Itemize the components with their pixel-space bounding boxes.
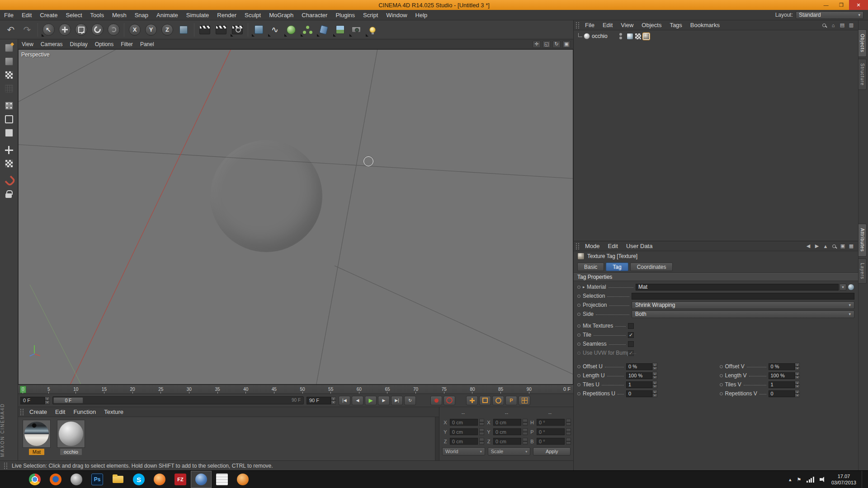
timeline-ruler[interactable]: 051015202530354045505560657075808590 0 F: [18, 385, 573, 394]
frame-range-slider[interactable]: 0 F 90 F: [52, 396, 304, 404]
menu-create[interactable]: Create: [36, 10, 61, 20]
material-scrollbar[interactable]: [435, 417, 439, 460]
timeline-tick-85[interactable]: 85: [498, 385, 503, 394]
goto-end-button[interactable]: ▶|: [391, 396, 403, 405]
timeline-tick-25[interactable]: 25: [158, 385, 163, 394]
timeline-tick-65[interactable]: 65: [385, 385, 390, 394]
menu-sculpt[interactable]: Sculpt: [241, 10, 265, 20]
dock-tab-layers[interactable]: Layers: [859, 258, 867, 284]
search-icon[interactable]: [821, 22, 827, 28]
tiles-u-field[interactable]: 1: [626, 381, 652, 388]
current-frame-stepper[interactable]: [45, 397, 50, 404]
start-button[interactable]: [4, 471, 24, 488]
material-thumbnail[interactable]: [57, 420, 85, 448]
cinema4d-icon[interactable]: [191, 471, 212, 488]
material-name[interactable]: occhio: [60, 449, 82, 455]
use-uvw-for-bump-checkbox[interactable]: [628, 350, 634, 356]
texture-mode-icon[interactable]: [2, 68, 16, 82]
menu-select[interactable]: Select: [61, 10, 86, 20]
add-environment-icon[interactable]: [332, 22, 348, 38]
forward-icon[interactable]: ▶: [814, 243, 820, 249]
end-frame-value[interactable]: 90 F: [307, 397, 331, 404]
panel-grip[interactable]: [576, 243, 579, 249]
add-cube-icon[interactable]: [250, 22, 267, 38]
coordinate-field-x-0[interactable]: 0 cm: [450, 419, 478, 426]
menu-character[interactable]: Character: [297, 10, 331, 20]
coordinate-stepper[interactable]: [479, 438, 484, 445]
coordinate-field-b-2[interactable]: 0 °: [537, 438, 565, 445]
object-icon[interactable]: [584, 33, 590, 39]
object-name[interactable]: occhio: [592, 33, 608, 39]
media-icon[interactable]: [149, 471, 170, 488]
panel-grip[interactable]: [576, 22, 579, 28]
coordinate-field-p-2[interactable]: 0 °: [537, 428, 565, 435]
animation-dot[interactable]: [577, 286, 580, 289]
object-tree[interactable]: occhio: [574, 30, 858, 241]
skype-icon[interactable]: S: [128, 471, 149, 488]
menu-render[interactable]: Render: [213, 10, 241, 20]
eyeball-sphere-object[interactable]: [210, 140, 322, 252]
timeline-tick-15[interactable]: 15: [102, 385, 107, 394]
viewport-menu-options[interactable]: Options: [91, 39, 117, 49]
key-pla-button[interactable]: [519, 396, 530, 405]
material-preview-icon[interactable]: [848, 284, 854, 291]
network-icon[interactable]: [807, 477, 814, 483]
coordinate-stepper[interactable]: [523, 419, 528, 426]
coordinate-header[interactable]: --: [442, 410, 484, 416]
material-occhio[interactable]: occhio: [56, 420, 86, 455]
gimp-icon[interactable]: [66, 471, 87, 488]
settings-icon[interactable]: ▦: [848, 243, 854, 249]
workplane-mode-icon[interactable]: [2, 82, 16, 95]
viewport-menu-panel[interactable]: Panel: [137, 39, 158, 49]
edges-mode-icon[interactable]: [2, 113, 16, 126]
animation-dot[interactable]: [577, 295, 580, 298]
add-spline-icon[interactable]: ∿: [267, 22, 283, 38]
menu-mesh[interactable]: Mesh: [108, 10, 131, 20]
animation-dot[interactable]: [720, 365, 723, 368]
timeline-tick-55[interactable]: 55: [328, 385, 333, 394]
lock-icon[interactable]: ▣: [840, 243, 846, 249]
section-header[interactable]: Tag Properties: [574, 273, 858, 281]
material-mat[interactable]: Mat: [22, 420, 52, 455]
animation-dot[interactable]: [577, 392, 580, 395]
render-view-icon[interactable]: [197, 22, 213, 38]
scale-icon[interactable]: [73, 22, 89, 38]
photoshop-icon[interactable]: Ps: [87, 471, 108, 488]
tab-coordinates[interactable]: Coordinates: [630, 263, 673, 271]
notepad-icon[interactable]: [212, 471, 232, 488]
animation-dot[interactable]: [720, 374, 723, 377]
add-light-icon[interactable]: [364, 22, 381, 38]
home-icon[interactable]: ⌂: [830, 22, 836, 28]
timeline-tick-50[interactable]: 50: [300, 385, 305, 394]
coordinate-field-z-1[interactable]: 0 cm: [493, 438, 521, 445]
animation-dot[interactable]: [577, 383, 580, 386]
timeline-tick-20[interactable]: 20: [130, 385, 135, 394]
attribute-menu-edit[interactable]: Edit: [604, 241, 622, 251]
animation-dot[interactable]: [577, 365, 580, 368]
loop-button[interactable]: ↻: [404, 396, 416, 405]
coordinate-mode-dropdown[interactable]: Scale: [488, 447, 531, 455]
key-parameter-button[interactable]: P: [505, 396, 517, 405]
animation-dot[interactable]: [577, 333, 580, 337]
key-scale-button[interactable]: [479, 396, 491, 405]
menu-snap[interactable]: Snap: [131, 10, 152, 20]
filezilla-icon[interactable]: FZ: [170, 471, 191, 488]
volume-icon[interactable]: [820, 477, 826, 482]
coordinate-stepper[interactable]: [566, 428, 571, 435]
rotate-icon[interactable]: [89, 22, 105, 38]
menu-mograph[interactable]: MoGraph: [265, 10, 297, 20]
offset-v-field[interactable]: 0 %: [769, 363, 795, 370]
object-manager-menu-objects[interactable]: Objects: [637, 20, 665, 30]
repetitions-u-field[interactable]: 0: [626, 390, 652, 397]
animation-dot[interactable]: [577, 374, 580, 377]
timeline-tick-60[interactable]: 60: [357, 385, 362, 394]
close-button[interactable]: [849, 0, 868, 10]
animation-dot[interactable]: [577, 343, 580, 346]
add-camera-icon[interactable]: [348, 22, 364, 38]
coordinate-field-y-0[interactable]: 0 cm: [450, 428, 478, 435]
texture-tag-icon[interactable]: [643, 33, 650, 40]
firefox-icon[interactable]: [45, 471, 66, 488]
lock-z-icon[interactable]: Z: [159, 22, 175, 38]
expand-arrow-icon[interactable]: [583, 285, 587, 289]
tile-checkbox[interactable]: [628, 332, 634, 338]
